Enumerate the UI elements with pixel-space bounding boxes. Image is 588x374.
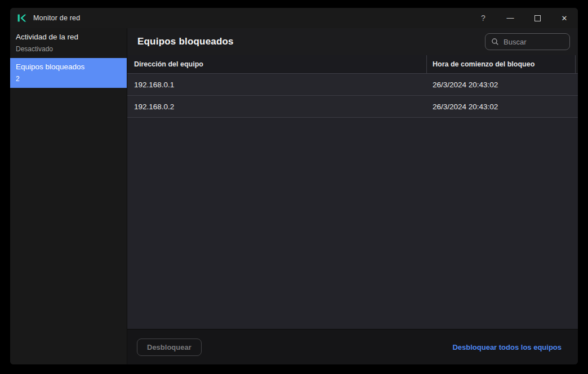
window-controls: ? — ✕ (470, 8, 578, 28)
main-panel: Equipos bloqueados Dirección del equipo … (127, 28, 578, 364)
close-button[interactable]: ✕ (551, 8, 578, 28)
minimize-icon: — (507, 16, 514, 20)
table-header: Dirección del equipo Hora de comienzo de… (127, 55, 578, 74)
sidebar-item-label: Equipos bloqueados (16, 63, 121, 72)
window-body: Actividad de la red Desactivado Equipos … (10, 28, 578, 364)
column-header-address[interactable]: Dirección del equipo (127, 55, 426, 73)
help-button[interactable]: ? (470, 8, 497, 28)
sidebar-item-network-activity[interactable]: Actividad de la red Desactivado (10, 28, 127, 58)
window-title: Monitor de red (33, 14, 80, 22)
maximize-icon (534, 15, 541, 21)
help-icon: ? (481, 14, 485, 23)
address-cell: 192.168.0.1 (127, 81, 426, 89)
sidebar: Actividad de la red Desactivado Equipos … (10, 28, 127, 364)
sidebar-item-label: Actividad de la red (16, 33, 121, 42)
unblock-button[interactable]: Desbloquear (137, 339, 202, 356)
main-header: Equipos bloqueados (127, 28, 578, 55)
table-row[interactable]: 192.168.0.2 26/3/2024 20:43:02 (127, 96, 578, 118)
page-title: Equipos bloqueados (137, 36, 234, 47)
minimize-button[interactable]: — (497, 8, 524, 28)
maximize-button[interactable] (524, 8, 551, 28)
search-input[interactable] (504, 38, 564, 46)
footer-bar: Desbloquear Desbloquear todos los equipo… (127, 329, 578, 364)
sidebar-item-count: 2 (16, 75, 121, 83)
blocked-computers-table: 192.168.0.1 26/3/2024 20:43:02 192.168.0… (127, 74, 578, 329)
network-monitor-window: Monitor de red ? — ✕ Actividad de la red… (10, 8, 578, 364)
kaspersky-logo-icon (17, 13, 26, 23)
search-box[interactable] (485, 33, 570, 50)
address-cell: 192.168.0.2 (127, 103, 426, 111)
unblock-all-link[interactable]: Desbloquear todos los equipos (452, 343, 562, 351)
block-time-cell: 26/3/2024 20:43:02 (426, 103, 578, 111)
sidebar-item-blocked-computers[interactable]: Equipos bloqueados 2 (10, 58, 127, 88)
title-bar: Monitor de red ? — ✕ (10, 8, 578, 28)
column-header-block-start-time[interactable]: Hora de comienzo del bloqueo (426, 55, 576, 73)
block-time-cell: 26/3/2024 20:43:02 (426, 81, 578, 89)
table-row[interactable]: 192.168.0.1 26/3/2024 20:43:02 (127, 74, 578, 96)
search-icon (491, 38, 499, 46)
scrollbar-gutter (576, 55, 578, 73)
close-icon: ✕ (562, 14, 568, 23)
sidebar-item-status: Desactivado (16, 45, 121, 53)
